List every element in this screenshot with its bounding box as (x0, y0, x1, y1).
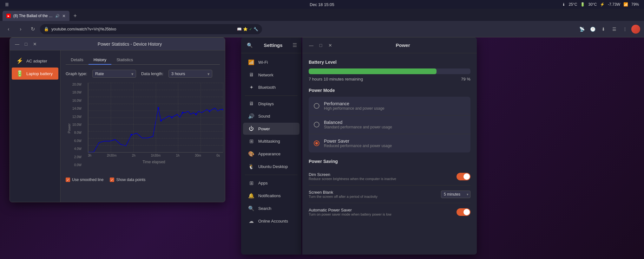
active-tab[interactable]: ▶ (8) The Ballad of the … 🔊 ✕ (3, 11, 69, 21)
pstats-ac-adapter[interactable]: ⚡ AC adapter (12, 55, 58, 67)
sidebar-item-online-accounts[interactable]: ☁ Online Accounts (243, 215, 299, 227)
profile-button[interactable] (631, 25, 640, 34)
sidebar-item-network[interactable]: 🖥 Network (243, 69, 299, 81)
performance-radio[interactable] (314, 103, 319, 109)
sidebar-item-label-sound: Sound (258, 114, 270, 119)
smoothed-line-check-icon: ✓ (66, 178, 70, 182)
sidebar-item-displays[interactable]: 🖥 Displays (243, 98, 299, 110)
auto-power-saver-text: Automatic Power Saver Turn on power save… (309, 208, 453, 216)
browser-tabs: ▶ (8) The Ballad of the … 🔊 ✕ + (0, 9, 644, 21)
performance-name: Performance (324, 101, 384, 106)
power-mode-saver[interactable]: Power Saver Reduced performance and powe… (309, 134, 470, 152)
graph-type-label: Graph type: (66, 71, 87, 76)
sidebar-item-label-appearance: Appearance (258, 152, 280, 156)
settings-search-icon[interactable]: 🔍 (246, 41, 254, 49)
data-point (182, 112, 183, 114)
window-maximize-btn[interactable]: □ (23, 41, 30, 48)
power-settings-title: Power (334, 42, 472, 48)
pstats-laptop-battery[interactable]: 🔋 Laptop battery (12, 68, 58, 80)
tab-label: (8) The Ballad of the … (13, 14, 53, 18)
window-close-btn[interactable]: ✕ (31, 41, 38, 48)
graph-type-dropdown[interactable]: Rate Charge Time to empty (95, 71, 133, 76)
sidebar-item-multitasking[interactable]: ⊞ Multitasking (243, 135, 299, 147)
dim-screen-toggle[interactable] (457, 173, 470, 180)
tab-close-btn[interactable]: ✕ (62, 14, 66, 18)
thermometer-icon: 🌡 (562, 2, 566, 7)
settings-menu-button[interactable]: ☰ (292, 42, 297, 48)
data-length-wrapper[interactable]: 3 hours 6 hours 12 hours (168, 70, 212, 78)
url-bar[interactable]: 🔒 youtube.com/watch?v=VnjYeJ5blxo 📖 ⭐ ✓ … (40, 24, 262, 34)
verified-icon[interactable]: ✓ (249, 27, 252, 31)
sidebar-item-label-notifications: Notifications (258, 193, 281, 198)
menu-button[interactable]: ⋮ (621, 25, 629, 34)
balanced-radio[interactable] (314, 122, 319, 127)
sidebar-item-appearance[interactable]: 🎨 Appearance (243, 148, 299, 160)
extensions-icon[interactable]: 🔧 (253, 27, 258, 31)
pstats-tab-details[interactable]: Details (66, 55, 89, 65)
sidebar-item-wifi[interactable]: 📶 Wi-Fi (243, 56, 299, 68)
sidebar-item-search[interactable]: 🔍 Search (243, 202, 299, 215)
apps-icon: ⊞ (248, 180, 254, 186)
power-mode-performance[interactable]: Performance High performance and power u… (309, 97, 470, 115)
refresh-button[interactable]: ↻ (28, 24, 37, 34)
power-icon: ⏻ (248, 126, 254, 132)
power-usage-sys: -7.73W (608, 2, 620, 7)
power-settings-panel: — □ ✕ Power Battery Level 7 hours 10 min… (302, 37, 477, 255)
ubuntu-icon: 🐧 (248, 164, 254, 170)
browser-toolbar: ‹ › ↻ 🔒 youtube.com/watch?v=VnjYeJ5blxo … (0, 21, 644, 37)
activities-label[interactable]: ☰ (5, 2, 9, 7)
sidebar-item-power[interactable]: ⏻ Power (243, 123, 299, 135)
network-icon: 🖥 (248, 72, 254, 78)
sidebar-toggle[interactable]: ☰ (610, 25, 619, 34)
sidebar-item-label-network: Network (258, 73, 273, 77)
saver-radio[interactable] (314, 140, 319, 146)
power-stats-titlebar: — □ ✕ Power Statistics - Device History (10, 38, 225, 50)
cast-button[interactable]: 📡 (577, 25, 586, 34)
bookmark-icon[interactable]: ⭐ (243, 27, 248, 31)
reading-mode-icon[interactable]: 📖 (237, 27, 242, 31)
pstats-tab-statistics[interactable]: Statistics (111, 55, 138, 65)
notifications-icon: 🔔 (248, 193, 254, 199)
power-mode-balanced[interactable]: Balanced Standard performance and power … (309, 115, 470, 134)
smoothed-line-checkbox[interactable]: ✓ Use smoothed line (66, 178, 103, 182)
power-minimize-btn[interactable]: — (307, 42, 315, 49)
data-length-dropdown[interactable]: 3 hours 6 hours 12 hours (171, 71, 209, 76)
screen-blank-row: Screen Blank Turn the screen off after a… (309, 185, 470, 203)
url-bar-icons: 📖 ⭐ ✓ 🔧 (237, 27, 258, 31)
graph-type-select[interactable]: Rate Charge Time to empty (92, 70, 136, 78)
data-point (195, 113, 197, 115)
power-restore-btn[interactable]: □ (317, 42, 325, 49)
search-icon: 🔍 (248, 205, 254, 211)
system-temp: 25°C (569, 2, 577, 7)
show-data-points-checkbox[interactable]: ✓ Show data points (110, 178, 145, 182)
saver-name: Power Saver (324, 139, 392, 144)
screen-blank-select[interactable]: 1 minute 2 minutes 5 minutes 10 minutes … (441, 191, 470, 198)
back-button[interactable]: ‹ (4, 24, 13, 34)
screen-blank-wrapper[interactable]: 1 minute 2 minutes 5 minutes 10 minutes … (441, 191, 470, 198)
data-point (157, 107, 159, 109)
ac-adapter-icon: ⚡ (16, 57, 23, 64)
tab-favicon: ▶ (6, 14, 11, 18)
sidebar-item-notifications[interactable]: 🔔 Notifications (243, 190, 299, 202)
wifi-icon: 📶 (248, 59, 254, 65)
performance-desc: High performance and power usage (324, 106, 384, 111)
history-button[interactable]: 🕐 (588, 25, 597, 34)
tab-mute-icon[interactable]: 🔊 (55, 14, 60, 18)
settings-nav: 📶 Wi-Fi 🖥 Network ✦ Bluetooth 🖥 Displays… (241, 53, 301, 230)
forward-button[interactable]: › (16, 24, 25, 34)
pstats-tab-history[interactable]: History (89, 55, 111, 65)
graph-type-wrapper[interactable]: Rate Charge Time to empty (92, 70, 136, 78)
show-data-points-check-icon: ✓ (110, 178, 114, 182)
power-close-btn[interactable]: ✕ (326, 42, 334, 49)
sidebar-item-bluetooth[interactable]: ✦ Bluetooth (243, 81, 299, 94)
sidebar-item-apps[interactable]: ⊞ Apps (243, 177, 299, 189)
window-minimize-btn[interactable]: — (14, 41, 21, 48)
auto-power-saver-toggle[interactable] (457, 208, 470, 216)
new-tab-button[interactable]: + (71, 11, 80, 20)
downloads-button[interactable]: ⬇ (599, 25, 608, 34)
bluetooth-icon: ✦ (248, 84, 254, 90)
sidebar-item-ubuntu[interactable]: 🐧 Ubuntu Desktop (243, 160, 299, 173)
data-length-select[interactable]: 3 hours 6 hours 12 hours (168, 70, 212, 78)
chart-checkboxes: ✓ Use smoothed line ✓ Show data points (66, 178, 220, 182)
sidebar-item-sound[interactable]: 🔊 Sound (243, 110, 299, 122)
